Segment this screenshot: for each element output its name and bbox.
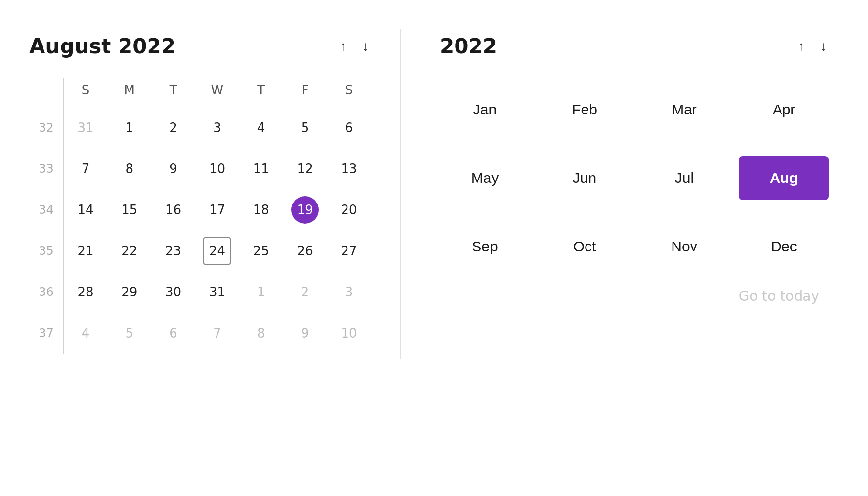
week-number: 32	[29, 107, 64, 148]
day-number: 12	[291, 155, 319, 182]
month-btn-jul[interactable]: Jul	[639, 156, 729, 200]
calendar-row: 3628293031123	[29, 271, 371, 313]
day-number: 27	[335, 237, 363, 265]
day-cell[interactable]: 22	[108, 230, 152, 271]
day-cell[interactable]: 12	[283, 148, 327, 189]
day-cell[interactable]: 8	[108, 148, 152, 189]
day-number: 3	[203, 114, 231, 141]
day-number: 7	[72, 155, 99, 182]
year-panel: 2022 ↑ ↓ JanFebMarAprMayJunJulAugSepOctN…	[401, 29, 848, 309]
day-number: 1	[247, 278, 275, 306]
week-number: 37	[29, 313, 64, 354]
day-cell[interactable]: 21	[64, 230, 108, 271]
day-cell[interactable]: 7	[64, 148, 108, 189]
day-number: 5	[291, 114, 319, 141]
day-cell[interactable]: 10	[327, 313, 371, 354]
day-cell[interactable]: 24	[195, 230, 239, 271]
day-number: 2	[160, 114, 187, 141]
day-header-t: T	[239, 78, 283, 107]
month-title: August 2022	[29, 34, 175, 58]
day-number: 17	[203, 196, 231, 224]
month-btn-apr[interactable]: Apr	[739, 88, 829, 132]
day-cell[interactable]: 2	[152, 107, 195, 148]
month-nav-down[interactable]: ↓	[360, 38, 371, 55]
month-panel: August 2022 ↑ ↓ SMTWTFS 3231123456337891…	[20, 29, 401, 359]
day-number: 29	[116, 278, 143, 306]
month-btn-feb[interactable]: Feb	[540, 88, 629, 132]
day-number: 9	[160, 155, 187, 182]
day-cell[interactable]: 2	[283, 271, 327, 313]
day-cell[interactable]: 3	[195, 107, 239, 148]
calendar-container: August 2022 ↑ ↓ SMTWTFS 3231123456337891…	[0, 0, 868, 496]
day-number: 3	[335, 278, 363, 306]
day-cell[interactable]: 1	[108, 107, 152, 148]
day-cell[interactable]: 6	[327, 107, 371, 148]
day-cell[interactable]: 20	[327, 189, 371, 230]
day-cell[interactable]: 5	[108, 313, 152, 354]
day-cell[interactable]: 18	[239, 189, 283, 230]
day-cell[interactable]: 10	[195, 148, 239, 189]
day-cell[interactable]: 11	[239, 148, 283, 189]
day-number: 11	[247, 155, 275, 182]
day-cell[interactable]: 30	[152, 271, 195, 313]
day-cell[interactable]: 16	[152, 189, 195, 230]
month-btn-mar[interactable]: Mar	[639, 88, 729, 132]
day-number: 31	[72, 114, 99, 141]
month-btn-sep[interactable]: Sep	[440, 225, 530, 269]
day-cell[interactable]: 14	[64, 189, 108, 230]
day-cell[interactable]: 6	[152, 313, 195, 354]
month-nav-arrows: ↑ ↓	[338, 38, 371, 55]
day-cell[interactable]: 7	[195, 313, 239, 354]
month-btn-jan[interactable]: Jan	[440, 88, 530, 132]
day-number: 13	[335, 155, 363, 182]
year-nav-up[interactable]: ↑	[796, 38, 806, 55]
year-nav-down[interactable]: ↓	[818, 38, 829, 55]
year-title: 2022	[440, 34, 497, 58]
day-number: 16	[160, 196, 187, 224]
go-to-today[interactable]: Go to today	[440, 288, 829, 304]
months-grid: JanFebMarAprMayJunJulAugSepOctNovDec	[440, 88, 829, 269]
day-cell[interactable]: 4	[64, 313, 108, 354]
day-header-w: W	[195, 78, 239, 107]
day-cell[interactable]: 9	[283, 313, 327, 354]
day-cell[interactable]: 27	[327, 230, 371, 271]
day-cell[interactable]: 15	[108, 189, 152, 230]
day-number: 28	[72, 278, 99, 306]
month-btn-dec[interactable]: Dec	[739, 225, 829, 269]
day-cell[interactable]: 31	[64, 107, 108, 148]
calendar-row: 3745678910	[29, 313, 371, 354]
month-btn-nov[interactable]: Nov	[639, 225, 729, 269]
day-cell[interactable]: 1	[239, 271, 283, 313]
day-cell[interactable]: 29	[108, 271, 152, 313]
day-cell[interactable]: 13	[327, 148, 371, 189]
day-cell[interactable]: 19	[283, 189, 327, 230]
day-number: 10	[203, 155, 231, 182]
day-cell[interactable]: 26	[283, 230, 327, 271]
day-cell[interactable]: 4	[239, 107, 283, 148]
day-header-s: S	[327, 78, 371, 107]
month-btn-aug[interactable]: Aug	[739, 156, 829, 200]
day-number: 31	[203, 278, 231, 306]
week-num-header	[29, 78, 64, 107]
day-cell[interactable]: 25	[239, 230, 283, 271]
day-number: 22	[116, 237, 143, 265]
day-cell[interactable]: 5	[283, 107, 327, 148]
day-number: 21	[72, 237, 99, 265]
day-number: 8	[116, 155, 143, 182]
month-btn-may[interactable]: May	[440, 156, 530, 200]
day-cell[interactable]: 17	[195, 189, 239, 230]
day-number: 25	[247, 237, 275, 265]
day-cell[interactable]: 3	[327, 271, 371, 313]
month-btn-oct[interactable]: Oct	[540, 225, 629, 269]
day-cell[interactable]: 28	[64, 271, 108, 313]
day-number: 8	[247, 319, 275, 347]
day-number: 19	[291, 196, 319, 224]
month-nav-up[interactable]: ↑	[338, 38, 348, 55]
day-cell[interactable]: 9	[152, 148, 195, 189]
month-btn-jun[interactable]: Jun	[540, 156, 629, 200]
day-number: 9	[291, 319, 319, 347]
day-cell[interactable]: 31	[195, 271, 239, 313]
day-header-f: F	[283, 78, 327, 107]
day-cell[interactable]: 8	[239, 313, 283, 354]
day-cell[interactable]: 23	[152, 230, 195, 271]
